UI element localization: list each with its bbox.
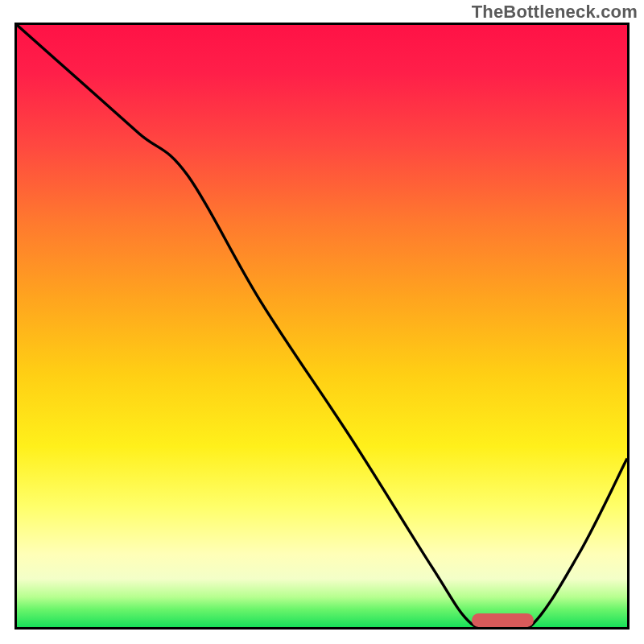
line-curve [17,25,627,627]
plot-area [14,23,630,630]
watermark-text: TheBottleneck.com [472,2,638,23]
figure: TheBottleneck.com [0,0,644,644]
optimum-marker [472,613,533,627]
line-path [17,25,627,627]
